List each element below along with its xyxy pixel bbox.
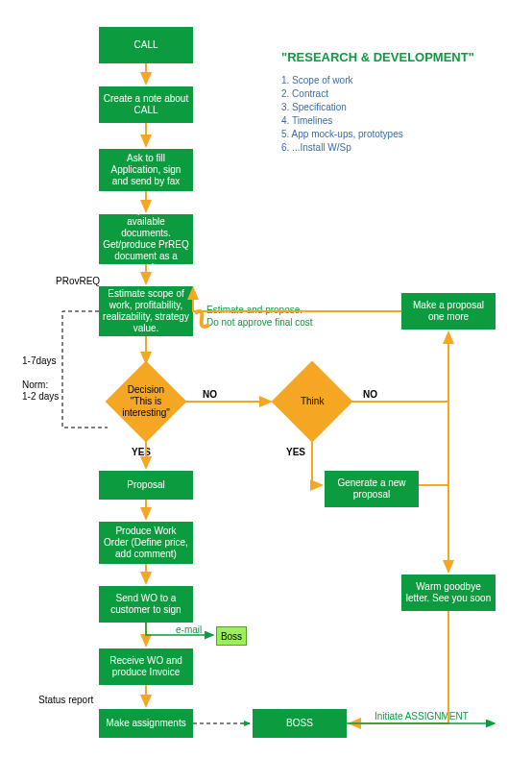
label-yes2: YES: [286, 447, 305, 457]
diamond-think-label: Think: [301, 396, 324, 407]
label-email: e-mail: [176, 624, 202, 635]
flow-arrows: [0, 0, 532, 758]
diamond-decision-label: Decision "This is interesting": [117, 384, 175, 419]
box-estimate: Estimate scope of work, profitability, r…: [99, 286, 193, 336]
box-boss2: BOSS: [253, 709, 347, 738]
label-provreq: PRovREQ: [56, 276, 100, 286]
box-note: Create a note about CALL: [99, 86, 193, 123]
box-call: CALL: [99, 27, 193, 63]
list-5: 5. App mock-ups, prototypes: [281, 129, 403, 139]
box-more: Make a proposal one more: [401, 293, 496, 330]
label-no1: NO: [203, 389, 217, 400]
list-4: 4. Timelines: [281, 115, 332, 126]
diamond-think: Think: [272, 361, 353, 443]
box-send: Send WO to a customer to sign: [99, 586, 193, 623]
box-boss-small: Boss: [216, 626, 247, 646]
label-days2: 1-2 days: [22, 391, 59, 402]
box-gen: Generate a new proposal: [325, 471, 419, 507]
box-request: Request all available documents. Get/pro…: [99, 214, 193, 264]
diamond-decision: Decision "This is interesting": [106, 361, 187, 443]
box-warm: Warm goodbye letter. See you soon: [401, 575, 496, 611]
ann-est2: Do not approve final cost: [206, 316, 313, 329]
list-3: 3. Specification: [281, 102, 347, 112]
box-proposal: Proposal: [99, 471, 193, 500]
list-1: 1. Scope of work: [281, 75, 352, 86]
label-yes1: YES: [132, 447, 151, 457]
label-no2: NO: [363, 389, 377, 400]
box-ask: Ask to fill Application, sign and send b…: [99, 149, 193, 191]
box-wo: Produce Work Order (Define price, add co…: [99, 522, 193, 564]
list-6: 6. ...Install W/Sp: [281, 142, 351, 153]
list-2: 2. Contract: [281, 88, 328, 99]
label-initiate: Initiate ASSIGNMENT: [375, 711, 469, 721]
ann-est1: Estimate and propose.: [206, 304, 302, 316]
label-norm: Norm:: [22, 379, 48, 390]
title: "RESEARCH & DEVELOPMENT": [281, 50, 474, 64]
label-days1: 1-7days: [22, 355, 57, 366]
box-assign: Make assignments: [99, 709, 193, 738]
box-receive: Receive WO and produce Invoice: [99, 648, 193, 685]
label-status: Status report: [38, 695, 93, 705]
